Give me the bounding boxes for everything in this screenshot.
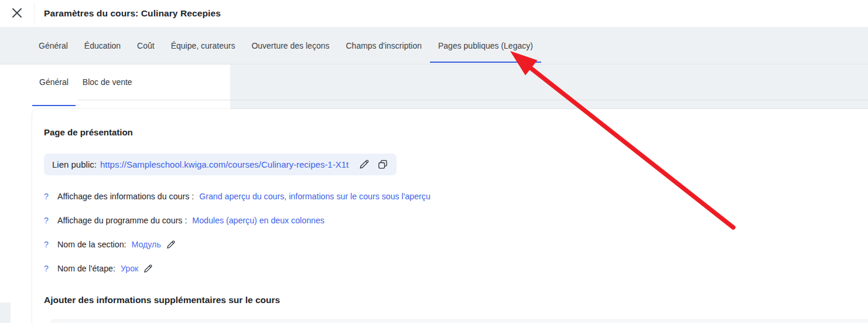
header-divider xyxy=(34,2,35,25)
row-label: Affichage du programme du cours : xyxy=(57,216,187,225)
section-name-value[interactable]: Модуль xyxy=(132,240,161,249)
subtab-band-filler xyxy=(230,64,868,110)
tab-public-pages-legacy[interactable]: Pages publiques (Legacy) xyxy=(430,27,541,64)
tab-registration-fields[interactable]: Champs d'inscription xyxy=(337,27,430,64)
help-icon[interactable]: ? xyxy=(44,216,50,225)
close-button[interactable] xyxy=(8,4,26,22)
page-title: Paramètres du cours: Culinary Recepies xyxy=(44,0,221,27)
row-label: Affichage des informations du cours : xyxy=(57,192,194,201)
row-label: Nom de la section: xyxy=(57,240,127,249)
copy-link-button[interactable] xyxy=(377,159,388,170)
active-tab-underline xyxy=(430,62,541,63)
row-section-name: ? Nom de la section: Модуль xyxy=(44,239,863,250)
sub-tab-bar: Général Bloc de vente xyxy=(0,64,139,100)
tab-label: Général xyxy=(39,41,68,50)
subtab-divider xyxy=(78,100,868,100)
row-step-name: ? Nom de l'étape: Урок xyxy=(44,263,863,274)
course-settings-modal: Paramètres du cours: Culinary Recepies G… xyxy=(0,0,868,323)
subtab-general[interactable]: Général xyxy=(32,64,76,100)
tab-label: Équipe, curateurs xyxy=(171,41,235,50)
main-tab-bar: Général Éducation Coût Équipe, curateurs… xyxy=(0,27,868,64)
edit-link-button[interactable] xyxy=(358,159,370,170)
public-link-pill: Lien public: https://Sampleschool.kwiga.… xyxy=(44,154,397,175)
subtab-sales-block[interactable]: Bloc de vente xyxy=(76,64,139,100)
pencil-icon xyxy=(143,264,153,274)
row-program-display: ? Affichage du programme du cours : Modu… xyxy=(44,215,863,226)
public-link-url[interactable]: https://Sampleschool.kwiga.com/courses/C… xyxy=(100,159,348,169)
active-subtab-underline xyxy=(32,105,76,107)
tab-team-curators[interactable]: Équipe, curateurs xyxy=(163,27,244,64)
tab-label: Champs d'inscription xyxy=(346,41,422,50)
help-icon[interactable]: ? xyxy=(44,240,50,249)
row-course-info-display: ? Affichage des informations du cours : … xyxy=(44,191,863,202)
edit-section-name-button[interactable] xyxy=(166,240,176,250)
program-display-value[interactable]: Modules (aperçu) en deux colonnes xyxy=(192,216,324,225)
tab-lesson-opening[interactable]: Ouverture des leçons xyxy=(243,27,337,64)
help-icon[interactable]: ? xyxy=(44,192,50,201)
step-name-value[interactable]: Урок xyxy=(121,264,138,273)
section-title: Page de présentation xyxy=(44,127,863,138)
close-icon xyxy=(10,6,24,20)
pencil-icon xyxy=(358,159,370,170)
tab-label: Éducation xyxy=(84,41,121,50)
tab-label: Ouverture des leçons xyxy=(251,41,329,50)
subtab-label: Bloc de vente xyxy=(83,77,132,87)
modal-header: Paramètres du cours: Culinary Recepies xyxy=(0,0,868,27)
subtab-label: Général xyxy=(39,77,69,87)
page-background-strip xyxy=(0,302,11,323)
presentation-page-card: Page de présentation Lien public: https:… xyxy=(32,109,868,323)
copy-icon xyxy=(377,159,388,170)
public-link-label: Lien public: xyxy=(52,159,97,169)
edit-step-name-button[interactable] xyxy=(143,264,153,274)
tab-education[interactable]: Éducation xyxy=(76,27,129,64)
help-icon[interactable]: ? xyxy=(44,264,50,273)
additional-info-block-edge xyxy=(50,319,868,323)
row-label: Nom de l'étape: xyxy=(57,264,115,273)
additional-info-heading: Ajouter des informations supplémentaires… xyxy=(44,294,863,306)
tab-cost[interactable]: Coût xyxy=(129,27,163,64)
tab-label: Coût xyxy=(137,41,155,50)
pencil-icon xyxy=(166,240,176,250)
course-info-display-value[interactable]: Grand aperçu du cours, informations sur … xyxy=(199,192,430,201)
tab-general[interactable]: Général xyxy=(30,27,76,64)
tab-label: Pages publiques (Legacy) xyxy=(438,41,533,50)
settings-rows: ? Affichage des informations du cours : … xyxy=(44,191,863,274)
